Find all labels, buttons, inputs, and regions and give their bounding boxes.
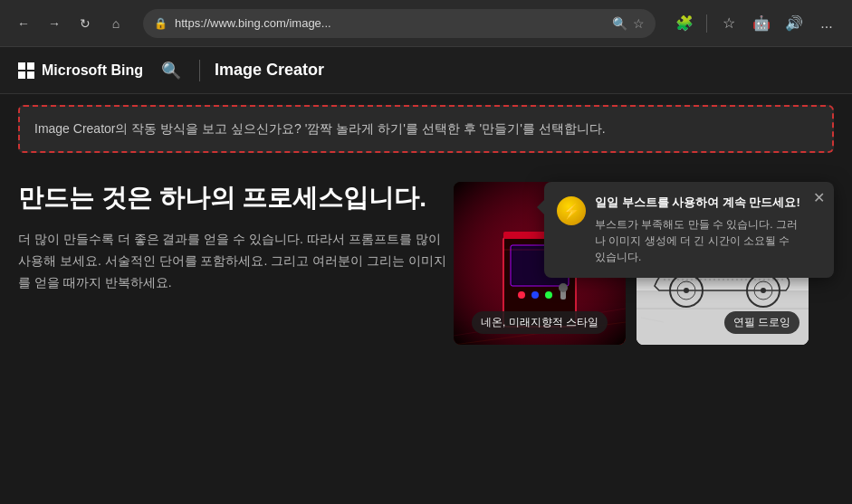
grid-tr [27,62,34,70]
svg-point-9 [559,283,568,292]
notification-arrow [537,200,544,214]
grid-br [27,71,34,79]
svg-point-6 [531,291,539,299]
boost-coin-icon: ⚡ [557,196,586,225]
close-notification-button[interactable]: ✕ [813,189,825,206]
star-icon[interactable]: ☆ [633,16,645,31]
search-address-icon[interactable]: 🔍 [612,16,627,31]
brand-name: Microsoft Bing [42,62,143,79]
refresh-button[interactable]: ↻ [72,11,98,36]
neon-tag-badge: 네온, 미래지향적 스타일 [472,311,608,334]
nav-buttons: ← → ↻ ⌂ [11,11,129,36]
address-bar[interactable]: 🔒 https://www.bing.com/image... 🔍 ☆ [143,9,656,38]
grid-bl [18,71,25,79]
pencil-tag-badge: 연필 드로잉 [724,311,799,334]
page-header: Microsoft Bing 🔍 Image Creator [0,47,852,94]
divider [706,14,707,33]
home-button[interactable]: ⌂ [103,11,129,36]
search-icon[interactable]: 🔍 [158,57,185,84]
main-description: 더 많이 만들수록 더 좋은 결과를 얻을 수 있습니다. 따라서 프롬프트를 … [18,229,453,293]
svg-point-23 [761,288,766,293]
extensions-button[interactable]: 🧩 [670,9,699,38]
boost-title: 일일 부스트를 사용하여 계속 만드세요! [595,195,801,211]
copilot-button[interactable]: 🤖 [747,9,776,38]
forward-button[interactable]: → [42,11,67,36]
page-title: Image Creator [215,61,324,80]
browser-chrome: ← → ↻ ⌂ 🔒 https://www.bing.com/image... … [0,0,852,47]
svg-point-5 [518,291,525,299]
url-text: https://www.bing.com/image... [175,16,605,30]
text-section: 만드는 것은 하나의 프로세스입니다. 더 많이 만들수록 더 좋은 결과를 얻… [18,182,453,294]
read-aloud-button[interactable]: 🔊 [780,9,809,38]
svg-point-20 [684,288,689,293]
more-button[interactable]: ... [812,9,841,38]
bing-logo: Microsoft Bing [18,62,143,79]
main-heading: 만드는 것은 하나의 프로세스입니다. [18,182,453,214]
main-content: 만드는 것은 하나의 프로세스입니다. 더 많이 만들수록 더 좋은 결과를 얻… [0,164,852,501]
back-button[interactable]: ← [11,11,36,36]
svg-point-7 [545,291,552,299]
browser-actions: 🧩 ☆ 🤖 🔊 ... [670,9,841,38]
address-bar-actions: 🔍 ☆ [612,16,645,31]
boost-header: ⚡ 일일 부스트를 사용하여 계속 만드세요! 부스트가 부족해도 만들 수 있… [557,195,801,265]
banner-box: Image Creator의 작동 방식을 보고 싶으신가요? '깜짝 놀라게 … [18,105,834,153]
bing-logo-grid [18,62,34,79]
lock-icon: 🔒 [154,17,168,30]
boost-description: 부스트가 부족해도 만들 수 있습니다. 그러나 이미지 생성에 더 긴 시간이… [595,216,801,265]
header-divider [199,60,200,81]
boost-content: 일일 부스트를 사용하여 계속 만드세요! 부스트가 부족해도 만들 수 있습니… [595,195,801,265]
grid-tl [18,62,25,70]
content-layout: 만드는 것은 하나의 프로세스입니다. 더 많이 만들수록 더 좋은 결과를 얻… [18,182,834,294]
banner-text: Image Creator의 작동 방식을 보고 싶으신가요? '깜짝 놀라게 … [34,121,606,136]
image-previews: ✕ ⚡ 일일 부스트를 사용하여 계속 만드세요! 부스트가 부족해도 만들 수… [454,182,834,345]
boost-notification: ✕ ⚡ 일일 부스트를 사용하여 계속 만드세요! 부스트가 부족해도 만들 수… [544,182,834,278]
favorites-button[interactable]: ☆ [714,9,743,38]
banner-area: Image Creator의 작동 방식을 보고 싶으신가요? '깜짝 놀라게 … [0,94,852,164]
